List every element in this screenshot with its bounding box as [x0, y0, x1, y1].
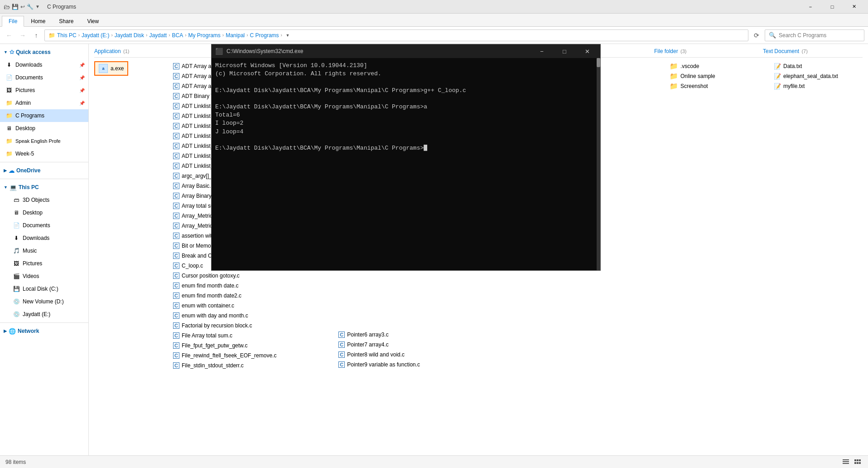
new-volume-d-icon: 💿: [13, 298, 20, 305]
file-myfile-txt[interactable]: 📝 myfile.txt: [772, 81, 863, 91]
refresh-button[interactable]: ⟳: [751, 30, 762, 41]
sidebar-item-downloads-pc[interactable]: ⬇ Downloads: [0, 232, 88, 244]
breadcrumb-bca[interactable]: BCA: [172, 32, 183, 39]
undo-icon[interactable]: ↩: [20, 4, 25, 10]
sidebar-item-new-volume-d[interactable]: 💿 New Volume (D:): [0, 295, 88, 308]
list-item[interactable]: CPointer8 wild and void.c: [337, 350, 502, 360]
list-item[interactable]: CFile Array total sum.c: [171, 331, 337, 341]
jaydatt-e-icon: 💿: [13, 311, 20, 318]
up-button[interactable]: ↑: [31, 30, 42, 41]
save-icon[interactable]: 💾: [12, 4, 19, 10]
sidebar-item-downloads-quick[interactable]: ⬇ Downloads 📌: [0, 58, 88, 71]
pin-icon-3: 📌: [79, 88, 85, 93]
folder-screenshot[interactable]: 📁 Screenshot: [668, 81, 772, 91]
c-file-icon: C: [173, 233, 179, 239]
list-item[interactable]: CPointer7 array4.c: [337, 340, 502, 350]
file-a-exe[interactable]: a a.exe: [94, 61, 128, 76]
sidebar-item-pictures-pc[interactable]: 🖼 Pictures: [0, 257, 88, 270]
sidebar-item-documents-pc[interactable]: 📄 Documents: [0, 219, 88, 232]
sidebar-quick-access[interactable]: ▼ ✩ Quick access: [0, 46, 88, 58]
list-item[interactable]: Cenum with day and month.c: [171, 311, 337, 321]
list-item[interactable]: CPointer6 array3.c: [337, 330, 502, 340]
folder-vscode[interactable]: 📁 .vscode: [668, 61, 772, 71]
sidebar-item-music[interactable]: 🎵 Music: [0, 244, 88, 257]
cmd-minimize-button[interactable]: −: [532, 44, 551, 58]
sidebar-this-pc[interactable]: ▼ 💻 This PC: [0, 181, 88, 194]
chevron-onedrive: ▶: [4, 168, 7, 173]
c-programs-folder-icon: 📁: [5, 112, 13, 119]
sidebar-item-desktop-quick[interactable]: 🖥 Desktop: [0, 122, 88, 135]
sidebar-onedrive[interactable]: ▶ ☁ OneDrive: [0, 164, 88, 177]
tab-home[interactable]: Home: [24, 16, 52, 26]
close-button[interactable]: ✕: [844, 0, 864, 14]
list-item[interactable]: CFile_rewind_ftell_fseek_EOF_remove.c: [171, 351, 337, 361]
sidebar-item-3d-objects[interactable]: 🗃 3D Objects: [0, 194, 88, 206]
sidebar-item-c-programs[interactable]: 📁 C Programs: [0, 109, 88, 122]
breadcrumb-manipal[interactable]: Manipal: [226, 32, 245, 39]
file-data-txt[interactable]: 📝 Data.txt: [772, 61, 863, 71]
list-item[interactable]: Cenum with container.c: [171, 301, 337, 311]
breadcrumb-jaydatt[interactable]: Jaydatt: [149, 32, 167, 39]
list-item[interactable]: CCursor position gotoxy.c: [171, 271, 337, 281]
minimize-button[interactable]: −: [800, 0, 821, 14]
c-file-icon: C: [173, 332, 179, 339]
sidebar-item-desktop-pc[interactable]: 🖥 Desktop: [0, 206, 88, 219]
folder-online-sample[interactable]: 📁 Online sample: [668, 71, 772, 81]
list-item[interactable]: CFile_fput_fget_putw_getw.c: [171, 341, 337, 351]
breadcrumb-c-programs[interactable]: C Programs: [250, 32, 279, 39]
svg-rect-0: [843, 459, 849, 460]
list-item[interactable]: CPointer9 variable as function.c: [337, 360, 502, 370]
detail-view-button[interactable]: [853, 457, 863, 467]
tab-view[interactable]: View: [80, 16, 106, 26]
c-file-icon: C: [173, 143, 179, 149]
breadcrumb-jaydatt-e[interactable]: Jaydatt (E:): [82, 32, 109, 39]
speak-english-icon: 📁: [5, 137, 13, 145]
breadcrumb-my-programs[interactable]: My Programs: [188, 32, 221, 39]
sidebar-item-documents-quick[interactable]: 📄 Documents 📌: [0, 71, 88, 84]
scrollbar-thumb[interactable]: [597, 58, 600, 67]
sidebar-item-local-disk-c[interactable]: 💾 Local Disk (C:): [0, 283, 88, 295]
list-item[interactable]: Cenum find month date2.c: [171, 291, 337, 301]
cmd-window[interactable]: ⬛ C:\Windows\System32\cmd.exe − □ ✕ Micr…: [211, 44, 601, 271]
maximize-button[interactable]: □: [822, 0, 843, 14]
tab-share[interactable]: Share: [52, 16, 80, 26]
app-header-col: Application (1): [94, 48, 171, 54]
videos-icon: 🎬: [13, 273, 20, 280]
cmd-scrollbar[interactable]: [597, 58, 600, 270]
sidebar-item-jaydatt-e[interactable]: 💿 Jaydatt (E:): [0, 308, 88, 321]
cmd-close-button[interactable]: ✕: [578, 44, 597, 58]
c-file-icon: C: [173, 302, 179, 309]
breadcrumb: 📁 This PC › Jaydatt (E:) › Jaydatt Disk …: [44, 29, 748, 41]
pin-icon-4: 📌: [79, 101, 85, 106]
list-view-button[interactable]: [841, 457, 851, 467]
search-input[interactable]: [779, 32, 860, 39]
svg-rect-8: [859, 462, 861, 464]
dropdown-arrow[interactable]: ▼: [35, 4, 40, 9]
breadcrumb-this-pc[interactable]: This PC: [57, 32, 77, 39]
forward-button[interactable]: →: [17, 30, 28, 41]
back-button[interactable]: ←: [4, 30, 14, 41]
txt-icon: 📝: [774, 73, 781, 80]
cmd-maximize-button[interactable]: □: [555, 44, 574, 58]
properties-icon[interactable]: 🔧: [27, 4, 34, 10]
breadcrumb-jaydatt-disk[interactable]: Jaydatt Disk: [115, 32, 144, 39]
list-item[interactable]: CFactorial by recursion block.c: [171, 321, 337, 331]
c-file-icon: C: [173, 153, 179, 159]
documents-icon: 📄: [5, 74, 13, 81]
sidebar-item-pictures-quick[interactable]: 🖼 Pictures 📌: [0, 84, 88, 97]
documents-pc-icon: 📄: [13, 222, 20, 229]
sidebar-item-speak-english[interactable]: 📁 Speak English Profe: [0, 135, 88, 147]
tab-file[interactable]: File: [2, 16, 24, 27]
breadcrumb-dropdown[interactable]: ▼: [284, 32, 291, 39]
folder-icon: 📁: [670, 82, 678, 90]
sidebar-network[interactable]: ▶ 🌐 Network: [0, 325, 88, 337]
list-item[interactable]: CFile_stdin_stdout_stderr.c: [171, 361, 337, 370]
cmd-body[interactable]: Microsoft Windows [Version 10.0.19044.21…: [212, 58, 597, 270]
file-elephant-txt[interactable]: 📝 elephant_seal_data.txt: [772, 71, 863, 81]
chevron-thispc: ▼: [4, 185, 8, 190]
sidebar-item-week5[interactable]: 📁 Week-5: [0, 147, 88, 160]
list-item[interactable]: Cenum find month date.c: [171, 281, 337, 291]
downloads-icon: ⬇: [5, 61, 13, 68]
sidebar-item-videos[interactable]: 🎬 Videos: [0, 270, 88, 283]
sidebar-item-admin[interactable]: 📁 Admin 📌: [0, 97, 88, 109]
